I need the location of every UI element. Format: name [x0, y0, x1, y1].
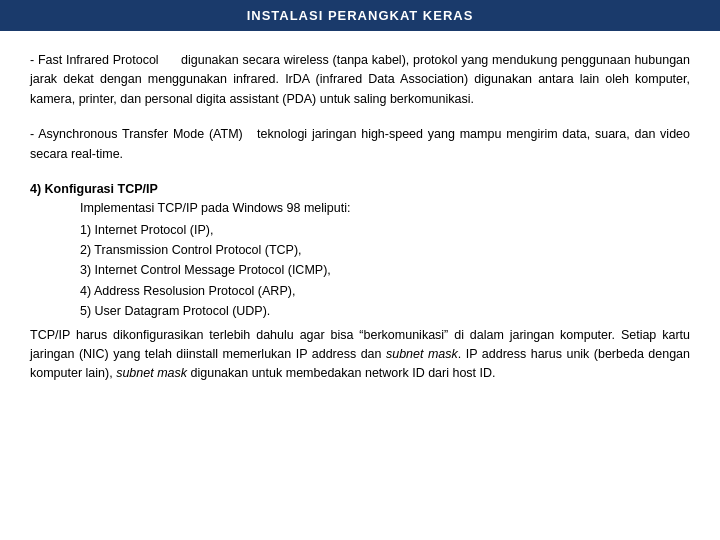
impl-intro-text: Implementasi TCP/IP pada Windows 98 meli… [80, 201, 351, 215]
atm-text: - Asynchronous Transfer Mode (ATM) tekno… [30, 125, 690, 164]
header-title: INSTALASI PERANGKAT KERAS [247, 8, 474, 23]
paragraph-fast-infrared: - Fast Infrared Protocol digunakan secar… [30, 51, 690, 109]
list-item-1: 1) Internet Protocol (IP), [30, 221, 690, 240]
list-item-2: 2) Transmission Control Protocol (TCP), [30, 241, 690, 260]
list-item-5: 5) User Datagram Protocol (UDP). [30, 302, 690, 321]
paragraph-atm: - Asynchronous Transfer Mode (ATM) tekno… [30, 125, 690, 164]
list-item-4: 4) Address Resolusion Protocol (ARP), [30, 282, 690, 301]
main-content: - Fast Infrared Protocol digunakan secar… [0, 51, 720, 384]
impl-intro: Implementasi TCP/IP pada Windows 98 meli… [30, 199, 690, 218]
fast-infrared-text: - Fast Infrared Protocol digunakan secar… [30, 51, 690, 109]
subnet-mask-1: subnet mask [386, 347, 458, 361]
tcp-ip-section: 4) Konfigurasi TCP/IP Implementasi TCP/I… [30, 180, 690, 384]
list-item-3: 3) Internet Control Message Protocol (IC… [30, 261, 690, 280]
tcp-section-title: 4) Konfigurasi TCP/IP [30, 180, 690, 199]
subnet-mask-2: subnet mask [116, 366, 187, 380]
page-container: INSTALASI PERANGKAT KERAS - Fast Infrare… [0, 0, 720, 540]
page-header: INSTALASI PERANGKAT KERAS [0, 0, 720, 31]
tcp-paragraph: TCP/IP harus dikonfigurasikan terlebih d… [30, 326, 690, 384]
